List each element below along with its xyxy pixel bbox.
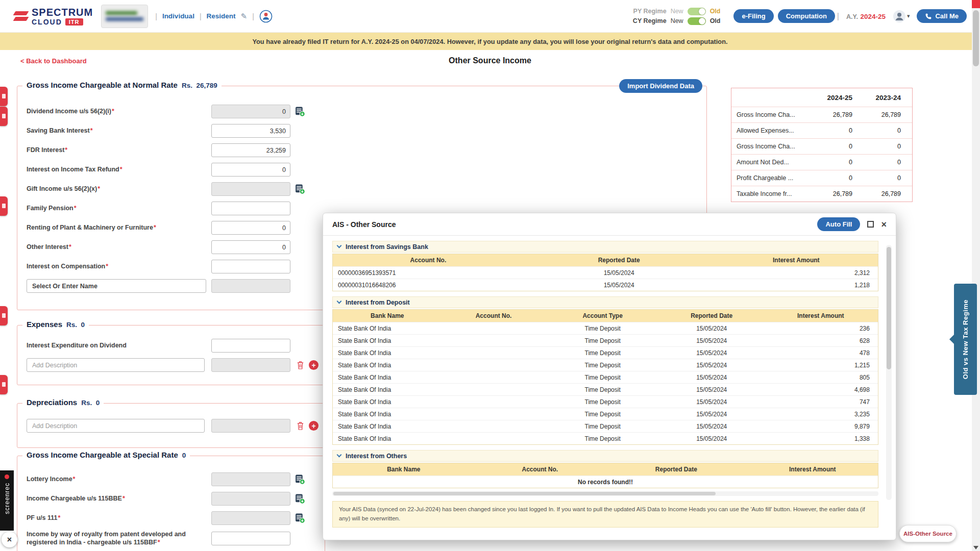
reported-date-cell: 15/05/2024 xyxy=(660,362,764,369)
deposit-table: Bank Name Account No. Account Type Repor… xyxy=(332,309,878,445)
others-table-header: Bank Name Account No. Reported Date Inte… xyxy=(333,463,878,475)
import-dividend-data-button[interactable]: Import Dividend Data xyxy=(619,79,702,93)
bank-name-cell: State Bank Of India xyxy=(333,423,442,430)
others-section-header[interactable]: Interest from Others xyxy=(332,450,878,462)
old-vs-new-regime-banner[interactable]: Old vs New Tax Regime xyxy=(954,284,977,395)
account-type-cell: Time Deposit xyxy=(546,374,660,381)
side-tab[interactable] xyxy=(0,107,8,126)
modal-horizontal-scrollbar[interactable] xyxy=(332,491,878,496)
section-label: Interest from Deposit xyxy=(346,299,410,306)
bank-name-cell: State Bank Of India xyxy=(333,398,442,406)
taxpayer-profile-icon[interactable] xyxy=(259,10,273,23)
select-or-enter-name-input[interactable]: Select Or Enter Name xyxy=(27,279,206,293)
cy-regime-toggle[interactable] xyxy=(688,17,706,25)
scrollbar-thumb[interactable] xyxy=(333,492,716,495)
description-input[interactable]: Add Description xyxy=(27,419,205,433)
amount-input[interactable] xyxy=(211,472,290,486)
import-data-icon[interactable] xyxy=(295,184,305,194)
amount-input[interactable]: 0 xyxy=(211,105,290,118)
amount-input[interactable] xyxy=(211,492,290,506)
row-label: Gross Income Cha... xyxy=(737,111,810,118)
deposit-row: State Bank Of India Time Deposit 15/05/2… xyxy=(333,432,878,444)
side-tab[interactable] xyxy=(0,375,8,394)
scroll-down-arrow[interactable] xyxy=(973,546,978,549)
maximize-icon[interactable] xyxy=(867,221,874,228)
bank-name-cell: State Bank Of India xyxy=(333,349,442,357)
py-regime-label: PY Regime xyxy=(633,8,667,15)
amount-input[interactable] xyxy=(211,339,290,353)
import-data-icon[interactable] xyxy=(295,493,305,504)
scroll-up-arrow[interactable] xyxy=(972,0,980,8)
section-label: Interest from Others xyxy=(346,453,407,460)
nav-resident[interactable]: Resident xyxy=(207,12,236,20)
page-scrollbar[interactable] xyxy=(972,0,980,551)
amount-input[interactable] xyxy=(211,358,290,372)
call-me-button[interactable]: Call Me xyxy=(917,9,967,23)
reported-date-cell: 15/05/2024 xyxy=(660,374,764,381)
value-2024-25: 0 xyxy=(810,159,859,166)
bank-name-cell: State Bank Of India xyxy=(333,325,442,332)
close-icon[interactable]: × xyxy=(881,220,887,229)
field-label: Income by way of royalty from patent dev… xyxy=(27,531,211,546)
form-row: Income by way of royalty from patent dev… xyxy=(17,531,325,546)
delete-row-icon[interactable] xyxy=(297,421,304,430)
amount-input[interactable] xyxy=(211,260,290,273)
amount-input[interactable]: 3,530 xyxy=(211,124,290,138)
reported-date-cell: 15/05/2024 xyxy=(660,435,764,442)
amount-input[interactable] xyxy=(211,202,290,215)
section-title: Gross Income Chargeable at Normal Rate xyxy=(27,81,178,89)
import-data-icon[interactable] xyxy=(295,474,305,485)
modal-titlebar: AIS - Other Source Auto Fill × xyxy=(323,213,896,236)
add-row-icon[interactable]: + xyxy=(309,360,318,370)
ais-other-source-tab[interactable]: AIS-Other Source xyxy=(899,525,957,542)
account-type-cell: Time Deposit xyxy=(546,349,660,357)
import-data-icon[interactable] xyxy=(295,106,305,117)
brand-text: SPECTRUM CLOUD ITR xyxy=(32,7,93,26)
amount-input[interactable]: 0 xyxy=(211,163,290,177)
app-logo[interactable]: SPECTRUM CLOUD ITR xyxy=(14,7,93,26)
required-asterisk: * xyxy=(112,108,114,115)
amount-input[interactable]: 23,259 xyxy=(211,143,290,157)
savings-section-header[interactable]: Interest from Savings Bank xyxy=(332,241,878,253)
efiling-button[interactable]: e-Filing xyxy=(733,9,773,23)
nav-individual[interactable]: Individual xyxy=(162,12,194,20)
form-row: PF u/s 111* xyxy=(17,511,325,525)
expenses-heading: Expenses Rs. 0 xyxy=(22,320,89,329)
scrollbar-thumb[interactable] xyxy=(973,10,979,66)
required-asterisk: * xyxy=(158,539,160,546)
deposit-row: State Bank Of India Time Deposit 15/05/2… xyxy=(333,383,878,395)
user-avatar-icon[interactable] xyxy=(893,10,906,23)
amount-input[interactable] xyxy=(211,511,290,525)
scrollbar-thumb[interactable] xyxy=(887,247,891,369)
import-data-icon[interactable] xyxy=(295,513,305,523)
filed-return-notice: You have already filed IT return for A.Y… xyxy=(0,33,980,50)
screenrec-close-button[interactable]: × xyxy=(2,532,17,547)
py-regime-toggle[interactable] xyxy=(688,8,706,15)
interest-amount-cell: 3,235 xyxy=(764,411,878,418)
amount-input[interactable] xyxy=(211,182,290,196)
caret-down-icon[interactable]: ▾ xyxy=(907,13,910,19)
amount-input[interactable]: 0 xyxy=(211,221,290,235)
side-tab[interactable] xyxy=(0,87,8,106)
blurred-user-badge[interactable] xyxy=(101,5,148,28)
auto-fill-button[interactable]: Auto Fill xyxy=(817,217,860,231)
side-tab[interactable] xyxy=(0,306,8,325)
amount-input[interactable]: 0 xyxy=(211,240,290,254)
deposit-section-header[interactable]: Interest from Deposit xyxy=(332,296,878,308)
delete-row-icon[interactable] xyxy=(297,361,304,369)
edit-pencil-icon[interactable]: ✎ xyxy=(241,12,248,21)
amount-input[interactable] xyxy=(211,419,290,433)
expenses-section: Expenses Rs. 0 Interest Expenditure on D… xyxy=(17,325,325,385)
side-tab[interactable] xyxy=(0,196,8,216)
row-label: Gross Income Cha... xyxy=(737,143,810,150)
value-2023-24: 0 xyxy=(859,159,907,166)
add-row-icon[interactable]: + xyxy=(309,421,318,431)
computation-button[interactable]: Computation xyxy=(778,9,835,23)
required-asterisk: * xyxy=(58,514,60,521)
modal-vertical-scrollbar[interactable] xyxy=(886,245,892,500)
back-to-dashboard-link[interactable]: < Back to Dashboard xyxy=(20,57,87,65)
ay-label: A.Y. xyxy=(846,13,858,20)
amount-input[interactable] xyxy=(211,279,290,293)
amount-input[interactable] xyxy=(211,532,290,545)
description-input[interactable]: Add Description xyxy=(27,358,205,372)
